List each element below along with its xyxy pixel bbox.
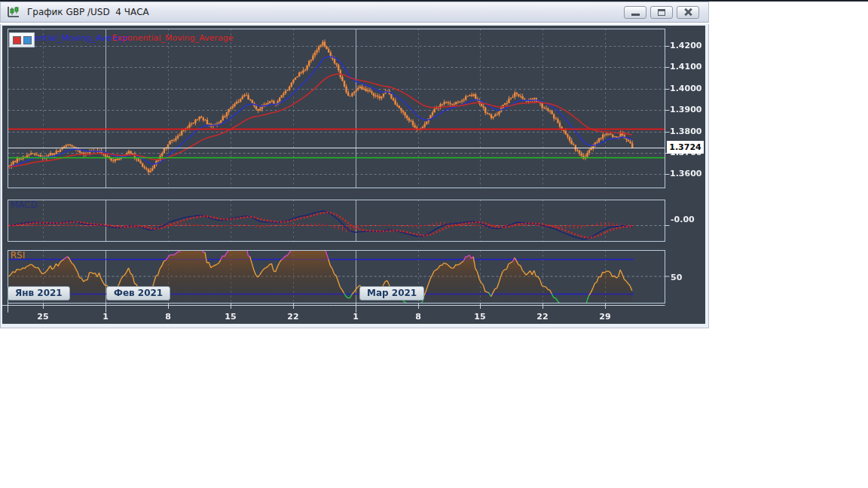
time-tick-label: 15 [469,313,491,321]
indicator-swatches[interactable] [9,32,35,47]
chart-window: График GBP /USD 4 ЧАСА ential_Moving_Ave… [0,2,709,330]
price-tick-label: 1.4200 [670,41,706,50]
minimize-icon [631,14,640,16]
time-tick-label: 1 [95,313,116,321]
price-tick-label: 1.3900 [670,105,706,114]
time-tick-label: 15 [220,313,241,321]
maximize-icon [658,9,665,16]
time-tick-label: 1 [345,313,366,321]
time-tick-label: 29 [594,313,616,321]
month-label: Янв 2021 [8,286,70,300]
ma-blue-swatch[interactable] [23,36,32,44]
window-title: График GBP /USD 4 ЧАСА [27,7,149,17]
month-label: Мар 2021 [359,286,424,300]
maximize-button[interactable] [650,6,673,19]
close-icon [684,8,692,16]
current-price-badge: 1.3724 [667,141,704,154]
window-titlebar[interactable]: График GBP /USD 4 ЧАСА [0,2,709,23]
time-tick-label: 22 [532,313,553,321]
time-tick-label: 22 [283,313,304,321]
time-tick-label: 8 [157,313,179,321]
candlestick-chart-icon [5,5,22,20]
month-label: Фев 2021 [106,286,170,300]
price-tick-label: 1.3800 [670,127,706,136]
minimize-button[interactable] [624,6,646,19]
macd-panel-label: MACD [11,200,38,209]
macd-axis-value: -0.00 [671,215,695,224]
ema-legend-label-red: Exponential_Moving_Average [112,34,234,42]
rsi-panel-label: RSI [11,251,26,260]
time-tick-label: 25 [32,313,53,321]
price-chart-canvas[interactable] [2,26,705,324]
ma-red-swatch[interactable] [13,36,21,44]
price-tick-label: 1.3600 [670,169,706,178]
chart-client-area: ential_Moving_Average Exponential_Moving… [0,24,709,328]
price-tick-label: 1.4000 [670,84,706,93]
rsi-axis-value: 50 [671,273,682,282]
window-controls [624,6,704,19]
price-tick-label: 1.4100 [670,63,706,71]
close-button[interactable] [677,6,699,19]
time-tick-label: 8 [408,313,429,321]
